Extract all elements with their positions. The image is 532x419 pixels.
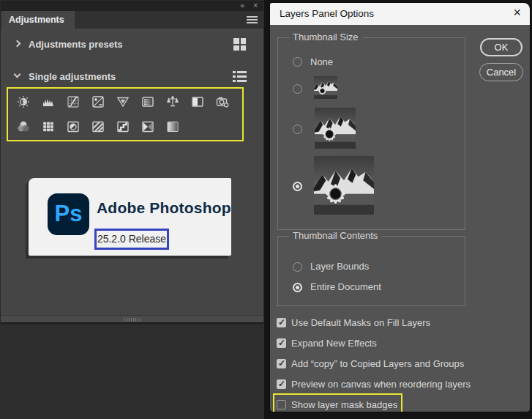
- radio-layer-bounds-label[interactable]: Layer Bounds: [310, 261, 369, 272]
- yellow-highlight-show-layer-mask-badges: [273, 393, 402, 412]
- exposure-icon[interactable]: [91, 94, 105, 109]
- grid-view-icon[interactable]: [233, 38, 246, 51]
- radio-entire-document-label[interactable]: Entire Document: [310, 281, 381, 292]
- radio-layer-bounds[interactable]: [293, 262, 302, 272]
- dialog-backdrop: Layers Panel Options × Thumbnail Size No…: [264, 0, 532, 419]
- photo-filter-icon[interactable]: [215, 94, 230, 109]
- panel-tab-bar: Adjustments: [1, 11, 263, 29]
- black-and-white-icon[interactable]: [190, 94, 205, 109]
- radio-thumbnail-none[interactable]: [293, 57, 302, 67]
- photoshop-logo: Ps: [48, 193, 89, 235]
- panel-top-strip: « ×: [1, 1, 263, 11]
- tab-adjustments[interactable]: Adjustments: [1, 11, 75, 29]
- brightness-contrast-icon[interactable]: [16, 94, 31, 109]
- layers-panel-options-dialog: Layers Panel Options × Thumbnail Size No…: [269, 2, 531, 412]
- screenshot: « × Adjustments Adjustments presets Sing…: [0, 0, 532, 419]
- curves-icon[interactable]: [66, 94, 80, 109]
- medium-thumbnail-preview[interactable]: [315, 108, 356, 149]
- dialog-close-icon[interactable]: ×: [513, 5, 521, 21]
- gradient-map-icon[interactable]: [141, 119, 155, 134]
- checkbox-add-copy[interactable]: [277, 359, 286, 368]
- grip-ticks-icon: [124, 318, 141, 322]
- thumbnail-contents-legend: Thumbnail Contents: [289, 230, 381, 241]
- vibrance-icon[interactable]: [116, 94, 130, 109]
- dialog-title: Layers Panel Options: [280, 8, 374, 19]
- panel-menu-icon[interactable]: [247, 16, 258, 24]
- collapse-panel-icon[interactable]: «: [240, 1, 244, 11]
- cancel-button[interactable]: Cancel: [479, 63, 523, 81]
- checkbox-expand-new-effects[interactable]: [277, 338, 286, 348]
- chevron-down-icon[interactable]: [14, 71, 21, 78]
- invert-icon[interactable]: [66, 119, 80, 134]
- checkbox-preview-on-canvas[interactable]: [277, 379, 286, 389]
- checkbox-expand-new-effects-label[interactable]: Expand New Effects: [291, 338, 377, 349]
- radio-thumbnail-medium[interactable]: [293, 125, 302, 134]
- small-thumbnail-preview[interactable]: [314, 76, 337, 99]
- ok-button[interactable]: OK: [480, 38, 522, 56]
- hue-saturation-icon[interactable]: [141, 94, 155, 109]
- threshold-icon[interactable]: [116, 119, 130, 134]
- radio-thumbnail-small[interactable]: [293, 84, 302, 94]
- color-balance-icon[interactable]: [165, 94, 180, 109]
- version-badge-blue-highlight: 25.2.0 Release: [94, 229, 169, 250]
- section-single-adjustments[interactable]: Single adjustments: [29, 71, 116, 82]
- thumbnail-contents-group: Thumbnail Contents: [277, 236, 465, 306]
- close-panel-icon[interactable]: ×: [253, 1, 258, 11]
- photoshop-version-card: Ps Adobe Photoshop 25.2.0 Release: [29, 178, 231, 256]
- levels-icon[interactable]: [41, 94, 56, 109]
- radio-thumbnail-none-label[interactable]: None: [310, 56, 333, 67]
- section-adjustments-presets[interactable]: Adjustments presets: [29, 39, 123, 50]
- list-view-icon[interactable]: [233, 71, 247, 84]
- adjustments-panel: « × Adjustments Adjustments presets Sing…: [0, 0, 264, 325]
- chevron-right-icon[interactable]: [14, 40, 21, 48]
- selective-color-icon[interactable]: [165, 119, 180, 134]
- channel-mixer-icon[interactable]: [16, 119, 31, 134]
- app-name: Adobe Photoshop: [97, 199, 231, 217]
- thumbnail-size-legend: Thumbnail Size: [289, 31, 362, 42]
- checkbox-use-default-masks-label[interactable]: Use Default Masks on Fill Layers: [291, 317, 430, 328]
- color-lookup-icon[interactable]: [41, 119, 56, 134]
- large-thumbnail-preview[interactable]: [314, 156, 374, 215]
- panel-resize-grip[interactable]: [1, 315, 263, 324]
- dialog-title-bar[interactable]: Layers Panel Options ×: [270, 3, 530, 25]
- posterize-icon[interactable]: [91, 119, 105, 134]
- radio-thumbnail-large[interactable]: [293, 182, 302, 191]
- radio-entire-document[interactable]: [293, 283, 302, 292]
- checkbox-add-copy-label[interactable]: Add “copy” to Copied Layers and Groups: [291, 358, 464, 369]
- checkbox-preview-on-canvas-label[interactable]: Preview on canvas when reordering layers: [291, 379, 471, 390]
- checkbox-use-default-masks[interactable]: [277, 318, 286, 327]
